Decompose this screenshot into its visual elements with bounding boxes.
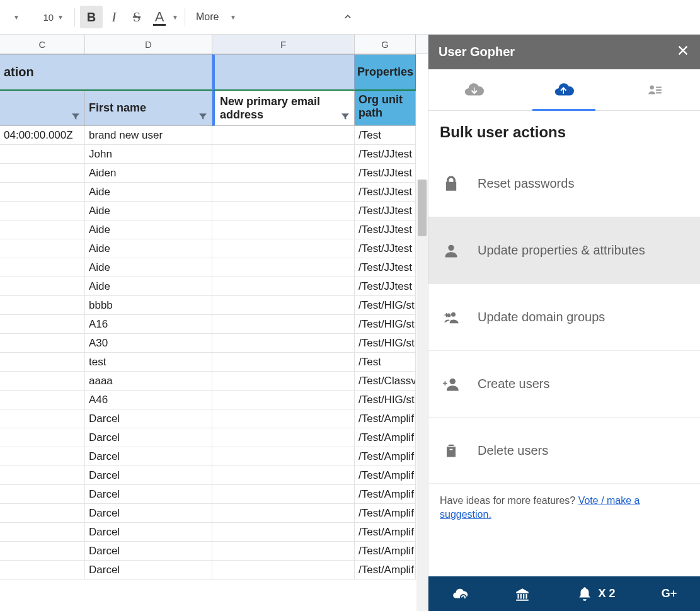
cell-D[interactable]: A16 [85, 315, 212, 334]
cell-F[interactable] [212, 353, 355, 372]
cell-C[interactable] [0, 164, 85, 183]
filter-icon[interactable] [198, 111, 208, 122]
table-row[interactable]: Aide/Test/JJtest [0, 277, 428, 296]
bottombar-cloud-button[interactable] [452, 586, 468, 602]
table-row[interactable]: Darcel/Test/Amplif [0, 447, 428, 466]
cell-C[interactable] [0, 561, 85, 580]
action-update-domain-groups[interactable]: Update domain groups [428, 283, 700, 350]
table-row[interactable]: Aiden/Test/JJtest [0, 164, 428, 183]
cell-C[interactable] [0, 334, 85, 353]
cell-G[interactable]: /Test/JJtest [355, 183, 416, 202]
cell-D[interactable]: Darcel [85, 466, 212, 485]
cell-G[interactable]: /Test/Amplif [355, 523, 416, 542]
table-row[interactable]: John/Test/JJtest [0, 145, 428, 164]
cell-C[interactable] [0, 372, 85, 391]
cell-C[interactable] [0, 542, 85, 561]
strikethrough-button[interactable]: S [125, 6, 148, 28]
cell-F[interactable] [212, 542, 355, 561]
cell-F[interactable] [212, 561, 355, 580]
cell-F[interactable] [212, 391, 355, 409]
cell-F[interactable] [212, 183, 355, 202]
action-reset-passwords[interactable]: Reset passwords [428, 150, 700, 217]
cell-C[interactable] [0, 428, 85, 447]
cell-G[interactable]: /Test/JJtest [355, 258, 416, 277]
cell-G[interactable]: /Test/Amplif [355, 466, 416, 485]
col-header-F[interactable]: F [212, 35, 355, 54]
cell-C[interactable] [0, 353, 85, 372]
table-row[interactable]: Darcel/Test/Amplif [0, 561, 428, 580]
table-row[interactable]: A16/Test/HIG/st [0, 315, 428, 334]
cell-D[interactable]: bbbb [85, 296, 212, 315]
table-row[interactable]: bbbb/Test/HIG/st [0, 296, 428, 315]
cell-F[interactable] [212, 164, 355, 183]
table-row[interactable]: test/Test [0, 353, 428, 372]
table-row[interactable]: Darcel/Test/Amplif [0, 485, 428, 504]
bottombar-institution-button[interactable] [514, 586, 531, 602]
cell-C[interactable] [0, 220, 85, 239]
cell-G[interactable]: /Test/Amplif [355, 542, 416, 561]
bottombar-gplus-button[interactable]: G+ [662, 587, 677, 600]
cell-C[interactable] [0, 466, 85, 485]
cell-F[interactable] [212, 466, 355, 485]
cell-F[interactable] [212, 428, 355, 447]
cell-C[interactable] [0, 202, 85, 220]
cell-G[interactable]: /Test/JJtest [355, 239, 416, 258]
cell-F[interactable] [212, 239, 355, 258]
cell-D[interactable]: brand new user [85, 126, 212, 145]
scrollbar-thumb[interactable] [418, 180, 427, 236]
cell-G[interactable]: /Test/JJtest [355, 164, 416, 183]
italic-button[interactable]: I [103, 6, 125, 28]
cell-D[interactable]: Darcel [85, 561, 212, 580]
table-row[interactable]: Aide/Test/JJtest [0, 183, 428, 202]
cell-D[interactable]: Aide [85, 258, 212, 277]
cell-F[interactable] [212, 334, 355, 353]
text-color-button[interactable]: A [148, 6, 171, 28]
cell-C[interactable] [0, 296, 85, 315]
cell-G[interactable]: /Test [355, 126, 416, 145]
cell-C[interactable] [0, 145, 85, 164]
cell-C[interactable] [0, 409, 85, 428]
cell-G[interactable]: /Test/JJtest [355, 277, 416, 296]
cell-C[interactable] [0, 183, 85, 202]
cell-D[interactable]: Aiden [85, 164, 212, 183]
table-row[interactable]: Aide/Test/JJtest [0, 258, 428, 277]
spreadsheet-area[interactable]: C D F G ation Properties First name New … [0, 35, 428, 611]
table-row[interactable]: Aide/Test/JJtest [0, 220, 428, 239]
data-grid[interactable]: 04:00:00.000Zbrand new user/TestJohn/Tes… [0, 126, 428, 580]
col-header-G[interactable]: G [355, 35, 416, 54]
cell-G[interactable]: /Test/Amplif [355, 428, 416, 447]
cell-D[interactable]: aaaa [85, 372, 212, 391]
header-col-C[interactable] [0, 91, 85, 126]
cell-D[interactable]: Darcel [85, 542, 212, 561]
cell-C[interactable] [0, 485, 85, 504]
table-row[interactable]: aaaa/Test/Classv [0, 372, 428, 391]
cell-F[interactable] [212, 126, 355, 145]
col-header-C[interactable]: C [0, 35, 85, 54]
close-button[interactable] [676, 43, 690, 61]
cell-G[interactable]: /Test/HIG/st [355, 315, 416, 334]
cell-G[interactable]: /Test/Amplif [355, 485, 416, 504]
table-row[interactable]: A30/Test/HIG/st [0, 334, 428, 353]
cell-G[interactable]: /Test/Classv [355, 372, 416, 391]
cell-G[interactable]: /Test/JJtest [355, 220, 416, 239]
cell-G[interactable]: /Test [355, 353, 416, 372]
table-row[interactable]: A46/Test/HIG/st [0, 391, 428, 409]
cell-F[interactable] [212, 296, 355, 315]
cell-C[interactable] [0, 447, 85, 466]
cell-D[interactable]: Darcel [85, 504, 212, 523]
action-create-users[interactable]: Create users [428, 350, 700, 417]
table-row[interactable]: Darcel/Test/Amplif [0, 409, 428, 428]
cell-C[interactable] [0, 315, 85, 334]
cell-D[interactable]: Aide [85, 220, 212, 239]
cell-F[interactable] [212, 504, 355, 523]
cell-C[interactable] [0, 504, 85, 523]
cell-C[interactable] [0, 391, 85, 409]
cell-D[interactable]: Aide [85, 183, 212, 202]
tab-users[interactable] [617, 69, 692, 111]
table-row[interactable]: Aide/Test/JJtest [0, 202, 428, 220]
vertical-scrollbar[interactable] [416, 180, 428, 611]
text-color-dropdown[interactable]: ▼ [171, 6, 180, 28]
header-ation[interactable]: ation [0, 54, 212, 91]
cell-D[interactable]: Aide [85, 239, 212, 258]
cell-F[interactable] [212, 523, 355, 542]
